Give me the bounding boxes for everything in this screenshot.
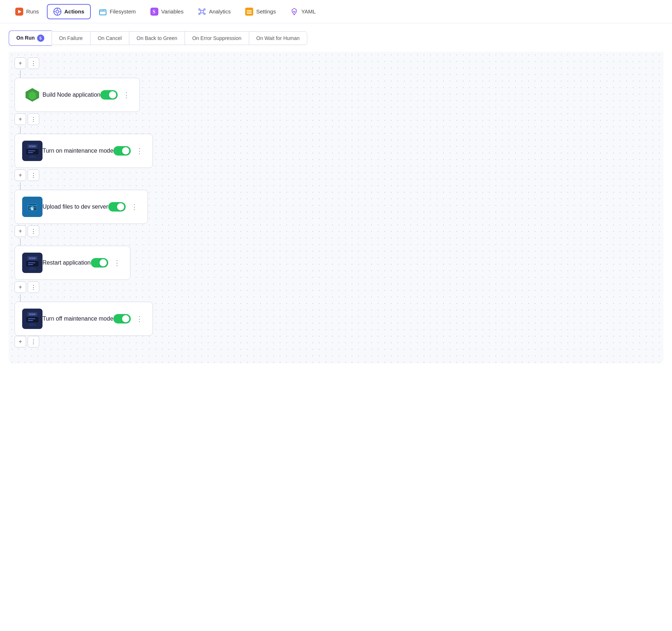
action-icon-action-5: SSH [22, 309, 42, 329]
tab-on-back-to-green[interactable]: On Back to Green [129, 31, 185, 45]
tab-on-wait-for-human[interactable]: On Wait for Human [249, 31, 307, 45]
add-action-button-3[interactable]: + [15, 225, 26, 237]
tab-label-on-error-suppression: On Error Suppression [192, 35, 241, 41]
svg-rect-23 [247, 13, 252, 14]
tab-label-on-run: On Run [16, 35, 35, 41]
add-row-3: +⋮ [15, 225, 39, 237]
variables-icon: S [150, 8, 158, 16]
action-card-action-3[interactable]: Upload files to dev server⋮ [15, 190, 148, 224]
top-navigation: RunsActionsFilesystemSVariablesAnalytics… [0, 0, 672, 23]
action-icon-action-2: SSH [22, 141, 42, 161]
action-toggle-action-3[interactable] [108, 202, 126, 212]
svg-line-19 [203, 12, 204, 13]
tab-on-run[interactable]: On Run5 [9, 31, 52, 46]
action-menu-button-action-5[interactable]: ⋮ [134, 313, 145, 325]
tab-on-error-suppression[interactable]: On Error Suppression [185, 31, 248, 45]
action-section-3: +⋮ SSH Restart application⋮ [15, 225, 657, 281]
svg-line-16 [200, 10, 201, 11]
add-row-4: +⋮ [15, 281, 39, 293]
yaml-icon [290, 8, 298, 16]
add-action-button-0[interactable]: + [15, 57, 26, 69]
nav-item-variables[interactable]: SVariables [144, 4, 190, 19]
tabs-row: On Run5On FailureOn CancelOn Back to Gre… [0, 23, 672, 46]
nav-label-variables: Variables [161, 8, 183, 15]
tab-label-on-failure: On Failure [59, 35, 83, 41]
action-card-action-1[interactable]: Build Node application⋮ [15, 78, 140, 112]
action-card-action-2[interactable]: SSH Turn on maintenance mode⋮ [15, 134, 153, 168]
add-more-button-1[interactable]: ⋮ [28, 113, 39, 125]
runs-icon [15, 8, 23, 16]
add-row-2: +⋮ [15, 169, 39, 181]
tab-label-on-back-to-green: On Back to Green [137, 35, 177, 41]
action-toggle-action-2[interactable] [113, 146, 131, 156]
action-controls-action-2: ⋮ [113, 145, 145, 157]
tab-on-cancel[interactable]: On Cancel [90, 31, 129, 45]
action-toggle-action-4[interactable] [91, 258, 108, 268]
add-action-button-2[interactable]: + [15, 169, 26, 181]
action-menu-button-action-3[interactable]: ⋮ [129, 201, 140, 213]
actions-list: +⋮ Build Node application⋮+⋮ SSH Turn on… [15, 57, 657, 347]
settings-icon [245, 8, 253, 16]
action-section-2: +⋮ Upload files to dev server⋮ [15, 169, 657, 225]
nav-item-runs[interactable]: Runs [9, 4, 45, 19]
action-menu-button-action-1[interactable]: ⋮ [121, 89, 132, 101]
action-toggle-action-5[interactable] [113, 314, 131, 323]
tab-label-on-cancel: On Cancel [98, 35, 122, 41]
action-title-action-5: Turn off maintenance mode [42, 316, 113, 322]
action-menu-button-action-4[interactable]: ⋮ [111, 257, 123, 269]
action-title-action-3: Upload files to dev server [42, 204, 108, 210]
tab-badge-on-run: 5 [37, 35, 44, 42]
add-more-button-2[interactable]: ⋮ [28, 169, 39, 181]
nav-label-actions: Actions [64, 8, 84, 15]
action-icon-action-4: SSH [22, 253, 42, 273]
add-more-button-5[interactable]: ⋮ [28, 336, 39, 347]
action-title-action-4: Restart application [42, 260, 91, 266]
action-card-action-5[interactable]: SSH Turn off maintenance mode⋮ [15, 302, 153, 336]
nav-item-filesystem[interactable]: Filesystem [92, 4, 142, 19]
svg-point-13 [204, 9, 205, 10]
nav-item-settings[interactable]: Settings [239, 4, 282, 19]
action-card-action-4[interactable]: SSH Restart application⋮ [15, 246, 130, 280]
connector-line-2 [20, 182, 21, 190]
action-controls-action-4: ⋮ [91, 257, 123, 269]
action-section-4: +⋮ SSH Turn off maintenance mode⋮ [15, 281, 657, 336]
add-more-button-0[interactable]: ⋮ [28, 57, 39, 69]
add-action-button-1[interactable]: + [15, 113, 26, 125]
svg-rect-21 [247, 10, 252, 11]
svg-point-3 [56, 10, 59, 13]
nav-label-filesystem: Filesystem [110, 8, 136, 15]
nav-label-analytics: Analytics [209, 8, 231, 15]
connector-line-3 [20, 238, 21, 246]
svg-point-31 [32, 209, 33, 210]
connector-line-1 [20, 126, 21, 134]
add-more-button-3[interactable]: ⋮ [28, 225, 39, 237]
nav-item-actions[interactable]: Actions [47, 4, 91, 19]
nav-label-runs: Runs [26, 8, 39, 15]
svg-point-15 [204, 13, 205, 15]
tab-label-on-wait-for-human: On Wait for Human [256, 35, 300, 41]
action-controls-action-5: ⋮ [113, 313, 145, 325]
action-toggle-action-1[interactable] [100, 90, 118, 100]
nav-item-yaml[interactable]: YAML [284, 4, 322, 19]
svg-rect-27 [28, 205, 37, 206]
action-icon-action-1 [22, 85, 42, 105]
action-title-action-1: Build Node application [42, 92, 100, 98]
connector-line-0 [20, 71, 21, 78]
add-action-button-4[interactable]: + [15, 281, 26, 293]
analytics-icon [198, 8, 206, 16]
nav-item-analytics[interactable]: Analytics [191, 4, 237, 19]
actions-icon [53, 8, 61, 16]
actions-area: +⋮ Build Node application⋮+⋮ SSH Turn on… [9, 52, 663, 363]
action-controls-action-3: ⋮ [108, 201, 140, 213]
nav-label-settings: Settings [256, 8, 276, 15]
svg-point-12 [199, 9, 200, 10]
svg-line-18 [200, 12, 201, 13]
action-controls-action-1: ⋮ [100, 89, 132, 101]
add-action-button-5[interactable]: + [15, 336, 26, 347]
action-section-0: +⋮ Build Node application⋮ [15, 57, 657, 113]
connector-line-4 [20, 294, 21, 302]
tab-on-failure[interactable]: On Failure [52, 31, 90, 45]
add-more-button-4[interactable]: ⋮ [28, 281, 39, 293]
action-menu-button-action-2[interactable]: ⋮ [134, 145, 145, 157]
svg-rect-22 [247, 12, 252, 12]
